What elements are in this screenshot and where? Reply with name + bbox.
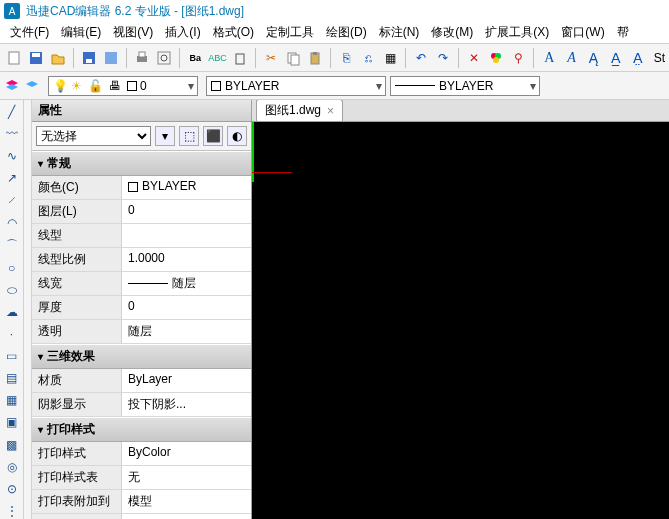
menu-window[interactable]: 窗口(W) (555, 22, 610, 43)
property-row[interactable]: 材质ByLayer (32, 369, 251, 393)
text-tool-a5-icon[interactable]: A̤ (628, 47, 648, 69)
save-as-icon[interactable] (79, 47, 99, 69)
menu-format[interactable]: 格式(O) (207, 22, 260, 43)
arc-icon[interactable]: ◠ (3, 215, 21, 231)
match-icon[interactable]: ⎌ (358, 47, 378, 69)
menu-help[interactable]: 帮 (611, 22, 635, 43)
selectobj-icon[interactable]: ⬛ (203, 126, 223, 146)
arc2-icon[interactable]: ⌒ (3, 237, 21, 254)
text-tool-a1-icon[interactable]: A (539, 47, 559, 69)
property-value[interactable]: 0 (122, 200, 251, 223)
menu-ext-tools[interactable]: 扩展工具(X) (479, 22, 555, 43)
menu-modify[interactable]: 修改(M) (425, 22, 479, 43)
color-dropdown[interactable]: BYLAYER (206, 76, 386, 96)
pickadd-icon[interactable]: ⬚ (179, 126, 199, 146)
layer-name: 0 (140, 79, 147, 93)
menu-dimension[interactable]: 标注(N) (373, 22, 426, 43)
property-value[interactable]: BYLAYER (122, 176, 251, 199)
gradient-icon[interactable]: ▦ (3, 392, 21, 408)
menu-file[interactable]: 文件(F) (4, 22, 55, 43)
circle-icon[interactable]: ○ (3, 260, 21, 276)
ellipse-icon[interactable]: ⬭ (3, 282, 21, 298)
menu-view[interactable]: 视图(V) (107, 22, 159, 43)
property-row[interactable]: 厚度0 (32, 296, 251, 320)
open-icon[interactable] (48, 47, 68, 69)
property-row[interactable]: 颜色(C)BYLAYER (32, 176, 251, 200)
purge-icon[interactable] (230, 47, 250, 69)
region-icon[interactable]: ▣ (3, 414, 21, 430)
donut-icon[interactable]: ◎ (3, 459, 21, 475)
redo-icon[interactable]: ↷ (433, 47, 453, 69)
document-tab[interactable]: 图纸1.dwg × (256, 100, 343, 121)
property-value[interactable]: 0 (122, 296, 251, 319)
divide-icon[interactable]: ⋮ (3, 503, 21, 519)
menu-edit[interactable]: 编辑(E) (55, 22, 107, 43)
property-value[interactable]: 随层 (122, 320, 251, 343)
clone-icon[interactable]: ⎘ (336, 47, 356, 69)
close-icon[interactable]: × (327, 104, 334, 118)
menu-custom-tools[interactable]: 定制工具 (260, 22, 320, 43)
select-color-icon[interactable] (486, 47, 506, 69)
paste-icon[interactable] (305, 47, 325, 69)
property-row[interactable]: 打印表类型依赖于颜... (32, 514, 251, 519)
property-row[interactable]: 线型 (32, 224, 251, 248)
print-preview-icon[interactable] (154, 47, 174, 69)
quickselect-icon[interactable]: ▾ (155, 126, 175, 146)
rect-icon[interactable]: ▭ (3, 348, 21, 364)
dot-icon[interactable]: · (3, 326, 21, 342)
text-tool-a2-icon[interactable]: A (561, 47, 581, 69)
layer-states-icon[interactable] (24, 78, 40, 94)
property-value[interactable]: 投下阴影... (122, 393, 251, 416)
line-icon[interactable]: ╱ (3, 104, 21, 120)
property-row[interactable]: 透明随层 (32, 320, 251, 344)
spline-icon[interactable]: ∿ (3, 148, 21, 164)
spellcheck-icon[interactable]: ABC (207, 47, 228, 69)
property-value[interactable] (122, 224, 251, 247)
layer-manager-icon[interactable] (4, 78, 20, 94)
bhatch-icon[interactable]: ▩ (3, 437, 21, 453)
property-row[interactable]: 打印样式ByColor (32, 442, 251, 466)
point-icon[interactable]: ⊙ (3, 481, 21, 497)
property-value[interactable]: 无 (122, 466, 251, 489)
block-icon[interactable]: ▦ (380, 47, 400, 69)
selection-dropdown[interactable]: 无选择 (36, 126, 151, 146)
polyline-icon[interactable]: 〰 (3, 126, 21, 142)
text-style-icon[interactable]: Ba (185, 47, 205, 69)
cut-icon[interactable]: ✂ (261, 47, 281, 69)
find-icon[interactable]: ⚲ (508, 47, 528, 69)
export-icon[interactable] (101, 47, 121, 69)
property-row[interactable]: 打印样式表无 (32, 466, 251, 490)
property-value[interactable]: ByColor (122, 442, 251, 465)
property-value[interactable]: 模型 (122, 490, 251, 513)
print-icon[interactable] (132, 47, 152, 69)
property-value[interactable]: 随层 (122, 272, 251, 295)
menu-insert[interactable]: 插入(I) (159, 22, 206, 43)
section-plot[interactable]: 打印样式 (32, 417, 251, 442)
layer-dropdown[interactable]: 💡 ☀ 🔓 🖶 0 (48, 76, 198, 96)
property-value[interactable]: 1.0000 (122, 248, 251, 271)
revcloud-icon[interactable]: ☁ (3, 304, 21, 320)
property-row[interactable]: 打印表附加到模型 (32, 490, 251, 514)
undo-icon[interactable]: ↶ (411, 47, 431, 69)
menu-draw[interactable]: 绘图(D) (320, 22, 373, 43)
save-icon[interactable] (26, 47, 46, 69)
drawing-canvas[interactable] (252, 122, 669, 519)
property-row[interactable]: 阴影显示投下阴影... (32, 393, 251, 417)
property-row[interactable]: 线型比例1.0000 (32, 248, 251, 272)
copy-icon[interactable] (283, 47, 303, 69)
property-row[interactable]: 图层(L)0 (32, 200, 251, 224)
hatch-icon[interactable]: ▤ (3, 370, 21, 386)
section-general[interactable]: 常规 (32, 151, 251, 176)
property-value[interactable]: ByLayer (122, 369, 251, 392)
ray-icon[interactable]: ↗ (3, 170, 21, 186)
new-icon[interactable] (4, 47, 24, 69)
toggle-icon[interactable]: ◐ (227, 126, 247, 146)
xline-icon[interactable]: ⟋ (3, 192, 21, 208)
text-tool-a4-icon[interactable]: A̲ (606, 47, 626, 69)
lineweight-dropdown[interactable]: BYLAYER (390, 76, 540, 96)
erase-icon[interactable]: ✕ (464, 47, 484, 69)
text-tool-a3-icon[interactable]: Ą (583, 47, 603, 69)
section-effect3d[interactable]: 三维效果 (32, 344, 251, 369)
property-row[interactable]: 线宽随层 (32, 272, 251, 296)
property-value[interactable]: 依赖于颜... (122, 514, 251, 519)
